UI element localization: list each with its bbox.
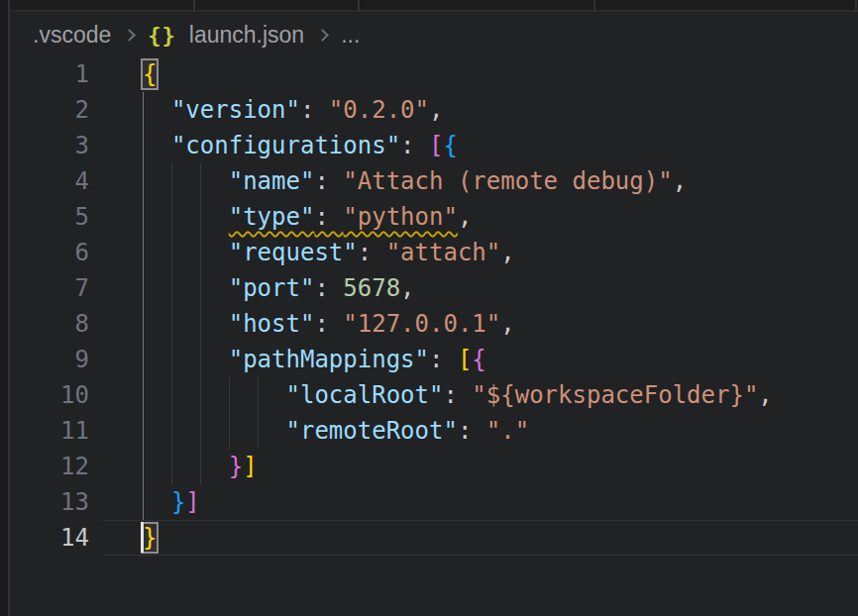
- code-line[interactable]: 3 "configurations": [{: [12, 128, 858, 163]
- line-number[interactable]: 4: [12, 163, 103, 199]
- code-line-content[interactable]: "localRoot": "${workspaceFolder}",: [103, 377, 858, 413]
- indent-guide: [200, 163, 201, 199]
- code-token: ,: [458, 203, 472, 231]
- line-number[interactable]: 3: [12, 128, 103, 163]
- code-line[interactable]: 6 "request": "attach",: [12, 235, 858, 270]
- indent-guide: [200, 342, 201, 377]
- line-number[interactable]: 10: [12, 377, 103, 413]
- code-line[interactable]: 9 "pathMappings": [{: [12, 342, 858, 377]
- json-braces-icon: {}: [148, 23, 176, 48]
- code-line[interactable]: 1{: [12, 56, 858, 92]
- line-number[interactable]: 6: [12, 235, 103, 270]
- breadcrumb-folder[interactable]: .vscode: [33, 22, 111, 49]
- code-line-content[interactable]: "request": "attach",: [103, 235, 858, 270]
- code-line-content[interactable]: }]: [103, 484, 858, 520]
- code-token: 5678: [343, 274, 400, 302]
- text-cursor: [141, 522, 144, 553]
- sidebar-edge[interactable]: [0, 0, 10, 616]
- line-number[interactable]: 1: [12, 56, 103, 92]
- code-line-content[interactable]: "pathMappings": [{: [103, 342, 858, 377]
- code-line[interactable]: 13 }]: [12, 484, 858, 520]
- breadcrumb-file[interactable]: launch.json: [189, 22, 304, 49]
- code-line-content[interactable]: "configurations": [{: [103, 128, 858, 163]
- code-token: :: [314, 167, 343, 195]
- indent-guide: [143, 449, 144, 484]
- code-token: "python": [343, 203, 458, 231]
- line-number[interactable]: 11: [12, 413, 103, 449]
- line-number[interactable]: 13: [12, 484, 103, 520]
- editor-pane: .vscode {} launch.json ... 1{2 "version"…: [12, 14, 858, 616]
- code-line-content[interactable]: {: [103, 56, 858, 92]
- tab-separator: [193, 0, 195, 12]
- indent-guide: [258, 413, 259, 449]
- indent-guide: [258, 377, 259, 413]
- code-token: "remoteRoot": [286, 417, 458, 445]
- code-line-content[interactable]: }]: [103, 449, 858, 484]
- code-line-content[interactable]: "type": "python",: [103, 199, 858, 235]
- code-token: "port": [229, 274, 315, 302]
- code-line-content[interactable]: "version": "0.2.0",: [103, 92, 858, 128]
- code-line[interactable]: 2 "version": "0.2.0",: [12, 92, 858, 128]
- code-text: "pathMappings": [{: [143, 346, 486, 373]
- indent-guide: [200, 199, 201, 235]
- tab-separator: [593, 0, 595, 12]
- code-line-content[interactable]: "port": 5678,: [103, 270, 858, 306]
- code-token: {: [443, 132, 457, 159]
- indent-guide: [229, 377, 230, 413]
- indent-guide: [143, 413, 144, 449]
- code-token: "0.2.0": [329, 96, 429, 124]
- code-token: :: [400, 132, 429, 159]
- line-number[interactable]: 7: [12, 270, 103, 306]
- code-text: "localRoot": "${workspaceFolder}",: [143, 381, 773, 409]
- line-number[interactable]: 5: [12, 199, 103, 235]
- code-line[interactable]: 7 "port": 5678,: [12, 270, 858, 306]
- code-text: "name": "Attach (remote debug)",: [143, 167, 687, 195]
- code-text: "type": "python",: [143, 203, 472, 231]
- indent-guide: [143, 199, 144, 235]
- code-line[interactable]: 12 }]: [12, 449, 858, 484]
- indent-guide: [200, 449, 201, 484]
- line-number[interactable]: 8: [12, 306, 103, 342]
- line-number[interactable]: 9: [12, 342, 103, 377]
- indent-guide: [143, 342, 144, 377]
- tab-bar[interactable]: [0, 0, 858, 12]
- code-token: :: [314, 203, 343, 231]
- code-token: "localRoot": [286, 381, 444, 409]
- indent-guide: [143, 306, 144, 342]
- indent-guide: [171, 377, 172, 413]
- code-line-content[interactable]: "host": "127.0.0.1",: [103, 306, 858, 342]
- code-token: "127.0.0.1": [343, 310, 500, 338]
- code-token: :: [314, 310, 343, 338]
- breadcrumb-symbol[interactable]: ...: [341, 22, 360, 49]
- code-text: "configurations": [{: [143, 132, 458, 159]
- code-line-content[interactable]: "name": "Attach (remote debug)",: [103, 163, 858, 199]
- code-editor[interactable]: 1{2 "version": "0.2.0",3 "configurations…: [12, 56, 858, 556]
- code-token: :: [429, 346, 458, 373]
- code-line[interactable]: 5 "type": "python",: [12, 199, 858, 235]
- code-line[interactable]: 14}: [12, 520, 858, 556]
- indent-guide: [143, 128, 144, 163]
- indent-guide: [171, 342, 172, 377]
- line-number[interactable]: 14: [12, 520, 103, 556]
- code-line-content[interactable]: "remoteRoot": ".": [103, 413, 858, 449]
- indent-guide: [200, 306, 201, 342]
- code-token: :: [300, 96, 329, 124]
- code-token: [: [458, 346, 472, 373]
- code-token: ,: [500, 310, 514, 338]
- code-text: "port": 5678,: [143, 274, 415, 302]
- code-token: [: [429, 132, 443, 159]
- line-number[interactable]: 2: [12, 92, 103, 128]
- code-token: ,: [400, 274, 414, 302]
- code-line[interactable]: 4 "name": "Attach (remote debug)",: [12, 163, 858, 199]
- code-line-content[interactable]: }: [103, 520, 858, 556]
- indent-guide: [143, 270, 144, 306]
- indent-guide: [171, 449, 172, 484]
- indent-guide: [200, 413, 201, 449]
- code-line[interactable]: 11 "remoteRoot": ".": [12, 413, 858, 449]
- line-number[interactable]: 12: [12, 449, 103, 484]
- chevron-right-icon: [316, 29, 329, 42]
- code-text: "version": "0.2.0",: [143, 96, 443, 124]
- code-line[interactable]: 8 "host": "127.0.0.1",: [12, 306, 858, 342]
- code-token: "configurations": [171, 132, 400, 159]
- code-line[interactable]: 10 "localRoot": "${workspaceFolder}",: [12, 377, 858, 413]
